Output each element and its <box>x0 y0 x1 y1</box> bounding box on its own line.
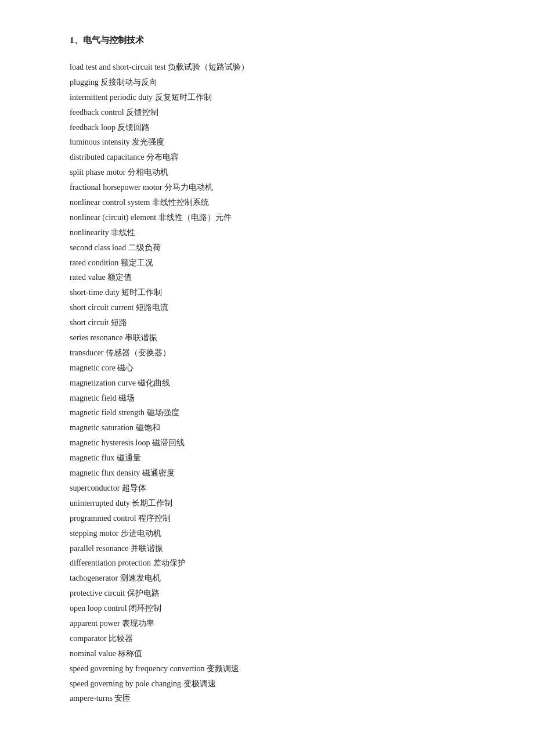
term-english: nonlinear control system <box>70 198 150 207</box>
term-chinese: 磁心 <box>117 363 134 372</box>
list-item: magnetic field 磁场 <box>70 391 476 406</box>
term-chinese: 磁化曲线 <box>138 379 170 387</box>
list-item: series resonance 串联谐振 <box>70 330 476 345</box>
term-english: superconductor <box>70 484 120 492</box>
list-item: comparator 比较器 <box>70 631 476 646</box>
term-chinese: 分马力电动机 <box>164 183 213 192</box>
list-item: nonlinearity 非线性 <box>70 225 476 240</box>
term-chinese: 磁通量 <box>117 453 141 462</box>
term-english: speed governing by frequency convertion <box>70 664 204 673</box>
term-chinese: 短路电流 <box>136 303 168 312</box>
term-chinese: 负载试验（短路试验） <box>168 63 249 71</box>
list-item: magnetic flux density 磁通密度 <box>70 466 476 481</box>
term-english: rated condition <box>70 258 118 267</box>
term-english: magnetic field <box>70 394 116 402</box>
term-english: open loop control <box>70 604 127 613</box>
term-chinese: 短时工作制 <box>121 288 162 297</box>
list-item: rated condition 额定工况 <box>70 255 476 271</box>
term-english: nonlinearity <box>70 228 109 237</box>
list-item: magnetization curve 磁化曲线 <box>70 376 476 391</box>
list-item: speed governing by frequency convertion … <box>70 661 476 676</box>
list-item: feedback control 反馈控制 <box>70 105 476 120</box>
term-english: comparator <box>70 634 107 643</box>
list-item: tachogenerator 测速发电机 <box>70 571 476 586</box>
list-item: ampere-turns 安匝 <box>70 691 476 706</box>
term-chinese: 测速发电机 <box>120 574 161 582</box>
list-item: short-time duty 短时工作制 <box>70 285 476 300</box>
term-english: uninterrupted duty <box>70 499 130 507</box>
term-chinese: 磁通密度 <box>142 469 175 477</box>
term-english: nonlinear (circuit) element <box>70 213 156 222</box>
term-chinese: 闭环控制 <box>129 604 161 613</box>
term-chinese: 反馈回路 <box>117 123 150 132</box>
term-chinese: 变频调速 <box>207 664 239 673</box>
list-item: parallel resonance 并联谐振 <box>70 541 476 556</box>
term-chinese: 非线性（电路）元件 <box>158 213 232 222</box>
term-chinese: 并联谐振 <box>131 544 163 553</box>
list-item: luminous intensity 发光强度 <box>70 135 476 150</box>
term-chinese: 长期工作制 <box>132 499 172 507</box>
term-english: fractional horsepower motor <box>70 183 162 192</box>
list-item: rated value 额定值 <box>70 270 476 285</box>
term-chinese: 磁场 <box>118 394 135 402</box>
term-english: second class load <box>70 243 126 252</box>
term-chinese: 发光强度 <box>132 138 164 146</box>
list-item: programmed control 程序控制 <box>70 511 476 526</box>
section-title: 1、电气与控制技术 <box>70 35 476 46</box>
list-item: speed governing by pole changing 变极调速 <box>70 676 476 692</box>
term-chinese: 磁场强度 <box>147 408 179 417</box>
list-item: stepping motor 步进电动机 <box>70 526 476 541</box>
list-item: superconductor 超导体 <box>70 481 476 496</box>
term-chinese: 分相电动机 <box>128 168 168 177</box>
term-chinese: 串联谐振 <box>125 333 157 342</box>
term-english: magnetization curve <box>70 379 136 387</box>
term-chinese: 变极调速 <box>183 679 216 688</box>
term-english: plugging <box>70 78 99 87</box>
term-chinese: 反接制动与反向 <box>100 78 157 87</box>
list-item: transducer 传感器（变换器） <box>70 345 476 361</box>
term-list: load test and short-circuit test 负载试验（短路… <box>70 60 476 706</box>
list-item: split phase motor 分相电动机 <box>70 165 476 180</box>
term-english: luminous intensity <box>70 138 130 146</box>
term-english: rated value <box>70 273 106 282</box>
section-container: 1、电气与控制技术 load test and short-circuit te… <box>70 35 476 706</box>
list-item: nominal value 标称值 <box>70 646 476 661</box>
list-item: nonlinear (circuit) element 非线性（电路）元件 <box>70 210 476 225</box>
term-english: short circuit current <box>70 303 134 312</box>
term-chinese: 额定工况 <box>121 258 153 267</box>
term-chinese: 非线性控制系统 <box>152 198 209 207</box>
list-item: magnetic core 磁心 <box>70 361 476 376</box>
list-item: open loop control 闭环控制 <box>70 601 476 616</box>
term-english: split phase motor <box>70 168 125 177</box>
list-item: magnetic saturation 磁饱和 <box>70 420 476 435</box>
term-english: speed governing by pole changing <box>70 679 181 688</box>
term-english: short-time duty <box>70 288 120 297</box>
term-english: ampere-turns <box>70 694 113 703</box>
term-chinese: 差动保护 <box>153 559 186 567</box>
term-english: load test and short-circuit test <box>70 63 166 71</box>
term-english: transducer <box>70 348 103 357</box>
term-english: intermittent periodic duty <box>70 93 153 102</box>
list-item: intermittent periodic duty 反复短时工作制 <box>70 90 476 105</box>
term-chinese: 超导体 <box>122 484 146 492</box>
term-english: series resonance <box>70 333 122 342</box>
list-item: uninterrupted duty 长期工作制 <box>70 496 476 511</box>
list-item: short circuit current 短路电流 <box>70 300 476 315</box>
term-chinese: 额定值 <box>107 273 132 282</box>
term-chinese: 反复短时工作制 <box>155 93 212 102</box>
term-english: magnetic field strength <box>70 408 145 417</box>
list-item: differentiation protection 差动保护 <box>70 556 476 571</box>
term-chinese: 非线性 <box>111 228 135 237</box>
list-item: distributed capacitance 分布电容 <box>70 150 476 165</box>
term-chinese: 步进电动机 <box>121 529 161 538</box>
list-item: apparent power 表现功率 <box>70 616 476 631</box>
term-english: short circuit <box>70 318 109 327</box>
list-item: second class load 二级负荷 <box>70 240 476 255</box>
term-chinese: 标称值 <box>118 649 142 658</box>
term-english: feedback control <box>70 108 124 117</box>
term-chinese: 安匝 <box>114 694 131 703</box>
term-chinese: 保护电路 <box>127 589 160 597</box>
term-english: nominal value <box>70 649 116 658</box>
term-english: tachogenerator <box>70 574 118 582</box>
list-item: nonlinear control system 非线性控制系统 <box>70 195 476 210</box>
